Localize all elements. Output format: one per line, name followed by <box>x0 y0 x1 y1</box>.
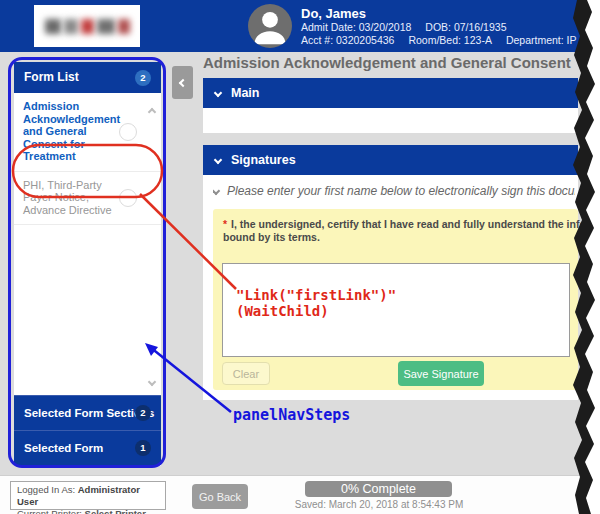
admit-date: Admit Date: 03/20/2018 <box>301 21 411 33</box>
annotation-red-line-2: (WaitChild) <box>236 303 396 319</box>
sidebar-collapse-button[interactable] <box>172 66 193 99</box>
patient-name: Do, James <box>301 6 591 21</box>
select-printer-link[interactable]: Select Printer... <box>85 508 154 514</box>
room-bed: Room/Bed: 123-A <box>408 34 491 46</box>
patient-avatar-icon <box>248 4 292 48</box>
selected-form-sections-bar[interactable]: Selected Form Sections 2 <box>14 395 161 430</box>
logo-blur-segment <box>64 19 78 34</box>
form-list: Admission Acknowledgement and General Co… <box>14 93 161 395</box>
section-main-header[interactable]: Main <box>203 78 578 108</box>
patient-header: Do, James Admit Date: 03/20/2018DOB: 07/… <box>0 0 600 52</box>
logo-redacted <box>34 5 140 47</box>
department: Department: IP <box>506 34 577 46</box>
acct-number: Acct #: 0320205436 <box>301 34 394 46</box>
page-title: Admission Acknowledgement and General Co… <box>203 54 575 71</box>
sections-count-badge: 2 <box>135 405 151 421</box>
annotation-panel-nav-steps: panelNavSteps <box>233 406 350 424</box>
section-main-label: Main <box>231 86 259 100</box>
consent-line-2: bound by its terms. <box>223 231 320 243</box>
progress-bar: 0% Complete <box>305 481 452 497</box>
signature-instruction[interactable]: Please enter your first name below to el… <box>213 184 575 198</box>
printer-line: Current Printer: Select Printer... <box>17 508 159 514</box>
scroll-down-icon[interactable] <box>149 371 155 389</box>
signatures-count-badge: 1 <box>135 440 151 456</box>
session-info-box: Logged In As: Administrator User Current… <box>10 481 166 510</box>
form-item-radio[interactable] <box>119 189 137 207</box>
section-main-body <box>203 108 578 133</box>
logged-in-line: Logged In As: Administrator User <box>17 484 159 508</box>
form-item-label: Admission Acknowledgement and General Co… <box>23 100 120 162</box>
patient-line-2: Acct #: 0320205436Room/Bed: 123-ADepartm… <box>301 34 591 47</box>
app-window: Do, James Admit Date: 03/20/2018DOB: 07/… <box>0 0 600 514</box>
section-signatures-label: Signatures <box>231 153 296 167</box>
chevron-down-icon <box>214 156 222 164</box>
section-signatures-header[interactable]: Signatures <box>203 145 578 175</box>
patient-line-1: Admit Date: 03/20/2018DOB: 07/16/1935 <box>301 21 591 34</box>
logo-blur-segment <box>81 19 94 34</box>
chevron-left-icon <box>178 78 186 86</box>
chevron-down-icon <box>213 187 220 195</box>
annotation-red-line-1: "Link("firstLink")" <box>236 287 396 303</box>
form-item-radio[interactable] <box>119 123 137 141</box>
save-signature-button[interactable]: Save Signature <box>398 361 484 386</box>
required-marker: * <box>223 218 227 230</box>
chevron-down-icon <box>214 89 222 97</box>
consent-statement: *I, the undersigned, certify that I have… <box>213 209 578 244</box>
form-list-title: Form List <box>24 70 79 84</box>
form-nav-panel: Form List 2 Admission Acknowledgement an… <box>14 62 161 466</box>
footer-bar: Logged In As: Administrator User Current… <box>0 475 600 514</box>
dob: DOB: 07/16/1935 <box>425 21 506 33</box>
form-list-item-phi[interactable]: PHI, Third-Party Payer Notice, Advance D… <box>14 172 161 226</box>
form-item-label: PHI, Third-Party Payer Notice, Advance D… <box>23 179 112 216</box>
logo-blur-segment <box>118 19 130 34</box>
go-back-button[interactable]: Go Back <box>192 484 248 509</box>
consent-line-1: I, the undersigned, certify that I have … <box>231 218 600 230</box>
logo-blur-segment <box>45 19 61 34</box>
saved-timestamp: Saved: March 20, 2018 at 8:54:43 PM <box>283 499 475 510</box>
instruction-text: Please enter your first name below to el… <box>227 184 575 198</box>
form-list-count-badge: 2 <box>135 70 151 86</box>
form-list-header[interactable]: Form List 2 <box>14 62 161 93</box>
clear-signature-button[interactable]: Clear <box>222 362 270 385</box>
patient-info: Do, James Admit Date: 03/20/2018DOB: 07/… <box>301 6 591 47</box>
selected-form-signatures-bar[interactable]: Selected Form Signatures 1 <box>14 430 161 465</box>
form-list-item-admission[interactable]: Admission Acknowledgement and General Co… <box>14 93 161 172</box>
annotation-red-code: "Link("firstLink")" (WaitChild) <box>236 287 396 319</box>
logo-blur-segment <box>97 19 115 34</box>
